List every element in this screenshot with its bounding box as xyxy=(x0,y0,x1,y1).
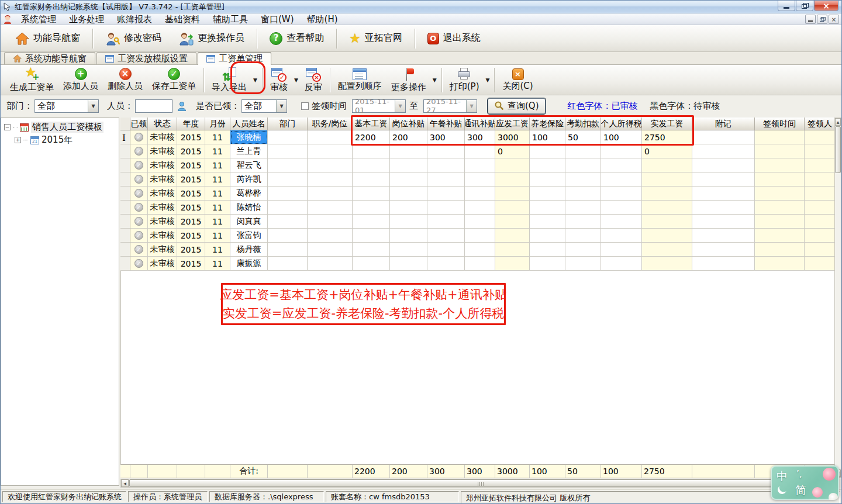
tree-node-template-root[interactable]: − 销售人员工资模板 xyxy=(1,122,119,132)
cell-dept[interactable] xyxy=(268,229,308,243)
cell-signer[interactable] xyxy=(805,201,836,215)
chevron-down-icon[interactable]: ▼ xyxy=(88,100,98,112)
cell-base[interactable]: 2200 xyxy=(353,130,390,144)
cell-comm_allow[interactable] xyxy=(465,158,495,172)
cell-net[interactable] xyxy=(642,243,692,257)
cell-net[interactable] xyxy=(642,172,692,187)
action-button-打印(P)[interactable]: 打印(P) xyxy=(445,66,484,94)
cell-year[interactable]: 2015 xyxy=(177,201,205,215)
cell-post_allow[interactable] xyxy=(390,243,427,257)
cell-comm_allow[interactable] xyxy=(465,172,495,187)
cell-note[interactable] xyxy=(692,229,755,243)
cell-tax[interactable] xyxy=(601,201,642,215)
cell-attendance[interactable] xyxy=(565,158,601,172)
mdi-minimize-button[interactable] xyxy=(805,15,816,24)
column-header-base[interactable]: 基本工资 xyxy=(353,118,390,130)
cell-base[interactable] xyxy=(353,243,390,257)
column-header-post_allow[interactable]: 岗位补贴 xyxy=(390,118,427,130)
column-header-gross[interactable]: 应发工资 xyxy=(495,118,530,130)
cell-name[interactable]: 杨丹薇 xyxy=(230,243,268,257)
cell-comm_allow[interactable] xyxy=(465,229,495,243)
cell-attendance[interactable] xyxy=(565,201,601,215)
cell-signer[interactable] xyxy=(805,215,836,229)
tree-node-year[interactable]: + 2015年 xyxy=(1,135,119,145)
cell-name[interactable]: 葛桦桦 xyxy=(230,187,268,201)
cell-sign_time[interactable] xyxy=(755,229,805,243)
cell-status[interactable]: 未审核 xyxy=(148,215,177,229)
cell-year[interactable]: 2015 xyxy=(177,257,205,271)
cell-tax[interactable] xyxy=(601,172,642,187)
action-button-更多操作[interactable]: 更多操作 xyxy=(387,66,431,94)
cell-tax[interactable] xyxy=(601,229,642,243)
cell-tax[interactable]: 100 xyxy=(601,130,642,144)
cell-lunch_allow[interactable] xyxy=(427,187,465,201)
query-button[interactable]: 查询(Q) xyxy=(488,98,546,114)
cell-month[interactable]: 11 xyxy=(205,257,230,271)
cell-note[interactable] xyxy=(692,144,755,158)
cell-status[interactable]: 未审核 xyxy=(148,187,177,201)
close-button[interactable]: × xyxy=(814,1,838,11)
column-header-net[interactable]: 实发工资 xyxy=(642,118,692,130)
row-selector[interactable] xyxy=(120,144,130,158)
cell-month[interactable]: 11 xyxy=(205,187,230,201)
cell-net[interactable]: 2750 xyxy=(642,130,692,144)
cell-received[interactable]: ✓ xyxy=(130,229,148,243)
action-button-审核[interactable]: ✓审核 xyxy=(265,66,292,94)
cell-base[interactable] xyxy=(353,229,390,243)
cell-pension[interactable] xyxy=(530,229,565,243)
cell-gross[interactable] xyxy=(495,172,530,187)
date-to-picker[interactable]: 2015-11-27 ▼ xyxy=(423,99,477,113)
cell-position[interactable] xyxy=(308,215,353,229)
cell-attendance[interactable] xyxy=(565,243,601,257)
received-combobox[interactable]: 全部 ▼ xyxy=(241,99,287,113)
cell-received[interactable]: ✓ xyxy=(130,243,148,257)
row-selector[interactable] xyxy=(120,172,130,187)
column-header-dept[interactable]: 部门 xyxy=(268,118,308,130)
date-from-picker[interactable]: 2015-11-01 ▼ xyxy=(352,99,406,113)
cell-note[interactable] xyxy=(692,215,755,229)
cell-position[interactable] xyxy=(308,201,353,215)
cell-post_allow[interactable] xyxy=(390,158,427,172)
action-button-保存工资单[interactable]: ✓保存工资单 xyxy=(147,66,201,94)
column-header-name[interactable]: 人员姓名 xyxy=(230,118,268,130)
cell-tax[interactable] xyxy=(601,257,642,271)
cell-post_allow[interactable] xyxy=(390,257,427,271)
cell-post_allow[interactable] xyxy=(390,187,427,201)
tree-node-label[interactable]: 2015年 xyxy=(42,134,73,146)
row-selector[interactable] xyxy=(120,257,130,271)
row-selector[interactable] xyxy=(120,229,130,243)
cell-base[interactable] xyxy=(353,215,390,229)
cell-attendance[interactable] xyxy=(565,257,601,271)
cell-month[interactable]: 11 xyxy=(205,172,230,187)
dropdown-arrow-icon[interactable]: ▼ xyxy=(294,77,298,83)
cell-sign_time[interactable] xyxy=(755,257,805,271)
cell-attendance[interactable] xyxy=(565,187,601,201)
cell-comm_allow[interactable] xyxy=(465,243,495,257)
cell-pension[interactable] xyxy=(530,158,565,172)
cell-net[interactable] xyxy=(642,215,692,229)
cell-signer[interactable] xyxy=(805,144,836,158)
cell-sign_time[interactable] xyxy=(755,187,805,201)
cell-dept[interactable] xyxy=(268,215,308,229)
cell-signer[interactable] xyxy=(805,158,836,172)
cell-net[interactable]: 0 xyxy=(642,144,692,158)
cell-dept[interactable] xyxy=(268,172,308,187)
action-button-配置列顺序[interactable]: 配置列顺序 xyxy=(333,66,387,94)
cell-gross[interactable] xyxy=(495,158,530,172)
cell-position[interactable] xyxy=(308,172,353,187)
cell-sign_time[interactable] xyxy=(755,130,805,144)
cell-pension[interactable] xyxy=(530,144,565,158)
toolbar-button-退出系统[interactable]: O退出系统 xyxy=(419,27,489,50)
cell-signer[interactable] xyxy=(805,172,836,187)
row-selector[interactable] xyxy=(120,187,130,201)
cell-month[interactable]: 11 xyxy=(205,243,230,257)
cell-attendance[interactable] xyxy=(565,172,601,187)
cell-signer[interactable] xyxy=(805,243,836,257)
row-selector[interactable] xyxy=(120,243,130,257)
cell-month[interactable]: 11 xyxy=(205,158,230,172)
scroll-left-icon[interactable]: ◀ xyxy=(121,479,129,487)
cell-attendance[interactable] xyxy=(565,229,601,243)
menu-item-5[interactable]: 窗口(W) xyxy=(254,13,301,25)
chevron-down-icon[interactable]: ▼ xyxy=(276,100,287,112)
row-selector[interactable] xyxy=(120,201,130,215)
